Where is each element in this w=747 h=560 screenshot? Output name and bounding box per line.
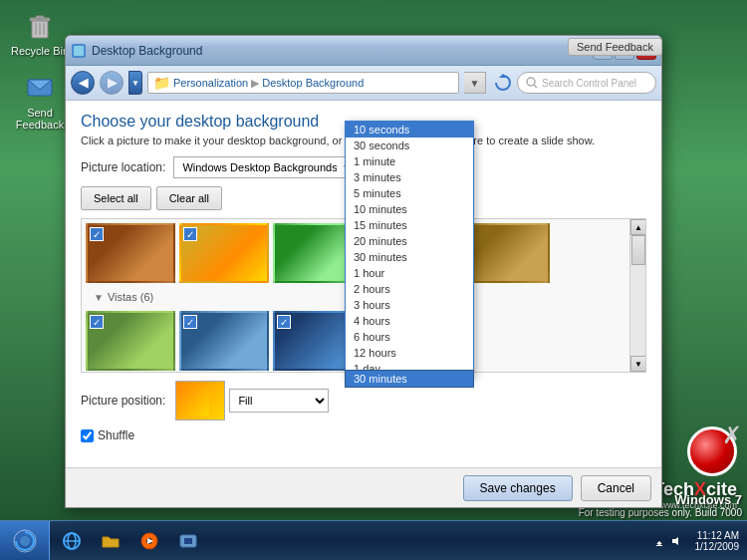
send-feedback-svg	[24, 72, 56, 104]
shuffle-label: Shuffle	[98, 428, 134, 442]
ie-icon	[62, 531, 82, 551]
section-arrow: ▼	[94, 292, 104, 303]
search-placeholder: Search Control Panel	[542, 78, 636, 89]
nav-refresh[interactable]	[494, 74, 512, 92]
taskbar-clock: 11:12 AM 1/12/2009	[687, 530, 748, 552]
dropdown-item-6hr[interactable]: 6 hours	[346, 329, 473, 345]
recycle-bin-icon[interactable]: Recycle Bin	[10, 10, 70, 57]
clock-date: 1/12/2009	[695, 541, 740, 552]
window-title: Desktop Background	[92, 44, 593, 58]
network-tray-icon	[652, 534, 666, 548]
shuffle-checkbox-label: Shuffle	[81, 428, 134, 442]
select-all-button[interactable]: Select all	[81, 186, 151, 210]
thumb-check-8: ✓	[277, 315, 291, 329]
dropdown-item-4hr[interactable]: 4 hours	[346, 313, 473, 329]
svg-marker-24	[672, 537, 678, 545]
svg-point-14	[20, 536, 30, 546]
scrollbar-track[interactable]	[630, 235, 645, 356]
thumb-check-1: ✓	[90, 227, 104, 241]
thumb-check-6: ✓	[90, 315, 104, 329]
taskbar-folder-button[interactable]	[94, 524, 127, 558]
search-icon	[526, 77, 538, 89]
send-feedback-desktop-icon[interactable]: Send Feedback	[10, 72, 70, 131]
taskbar-network-button[interactable]	[171, 524, 205, 558]
image-scrollbar[interactable]: ▲ ▼	[629, 219, 645, 372]
dropdown-item-2hr[interactable]: 2 hours	[346, 281, 473, 297]
nav-dropdown-button[interactable]: ▼	[128, 71, 142, 95]
system-tray	[647, 534, 687, 548]
desktop-icons: Recycle Bin Send Feedback	[10, 10, 70, 131]
search-bar[interactable]: Search Control Panel	[517, 72, 656, 94]
dropdown-item-30min[interactable]: 30 minutes	[346, 249, 473, 265]
media-icon	[139, 531, 159, 551]
picture-position-label: Picture position:	[81, 394, 165, 408]
breadcrumb-separator: ▶	[251, 77, 259, 90]
dropdown-item-15min[interactable]: 15 minutes	[346, 217, 473, 233]
main-window: Desktop Background ─ □ ✕ ◀ ▶ ▼ 📁 Persona…	[65, 35, 662, 508]
win7-brand-subtitle: For testing purposes only. Build 7000	[579, 507, 742, 518]
change-every-selected-display[interactable]: 30 minutes	[345, 370, 474, 388]
svg-line-12	[534, 85, 537, 88]
clock-time: 11:12 AM	[697, 530, 739, 541]
vistas-section-text: Vistas (6)	[108, 291, 153, 303]
dropdown-item-3min[interactable]: 3 minutes	[346, 169, 473, 185]
taskbar: 11:12 AM 1/12/2009	[0, 520, 747, 560]
svg-point-11	[527, 78, 535, 86]
desktop: Recycle Bin Send Feedback ✗ TechXcite ww…	[0, 0, 747, 560]
refresh-icon	[494, 74, 512, 92]
back-button[interactable]: ◀	[71, 71, 95, 95]
window-icon	[71, 43, 87, 59]
thumb-check-2: ✓	[183, 227, 197, 241]
image-thumb-6[interactable]: ✓	[86, 311, 175, 371]
clear-all-button[interactable]: Clear all	[156, 186, 222, 210]
svg-rect-22	[184, 538, 192, 544]
dropdown-item-3hr[interactable]: 3 hours	[346, 297, 473, 313]
dropdown-item-10sec[interactable]: 10 seconds	[346, 122, 473, 138]
save-changes-button[interactable]: Save changes	[463, 475, 573, 501]
dropdown-item-10min[interactable]: 10 minutes	[346, 201, 473, 217]
dropdown-item-20min[interactable]: 20 minutes	[346, 233, 473, 249]
address-dropdown-button[interactable]: ▼	[464, 72, 486, 94]
image-thumb-7[interactable]: ✓	[179, 311, 269, 371]
picture-position-select[interactable]: Fill Fit Stretch Tile Center	[229, 389, 329, 413]
dropdown-item-5min[interactable]: 5 minutes	[346, 185, 473, 201]
scrollbar-thumb[interactable]	[631, 235, 645, 265]
sound-icon	[668, 534, 682, 548]
change-interval-dropdown[interactable]: 10 seconds 30 seconds 1 minute 3 minutes…	[345, 121, 474, 378]
svg-rect-9	[74, 46, 84, 56]
techxcite-check-mark: ✗	[722, 421, 742, 449]
cancel-button[interactable]: Cancel	[581, 475, 651, 501]
picture-location-label: Picture location:	[81, 160, 165, 174]
image-thumb-2[interactable]: ✓	[179, 223, 269, 283]
start-button[interactable]	[0, 521, 50, 561]
svg-rect-23	[656, 545, 662, 546]
change-every-selected-text: 30 minutes	[354, 373, 407, 385]
picture-position-area: Fill Fit Stretch Tile Center	[175, 381, 329, 420]
clock-display: 11:12 AM 1/12/2009	[695, 530, 740, 552]
taskbar-middle	[50, 524, 647, 558]
folder-icon	[101, 531, 121, 551]
recycle-bin-label: Recycle Bin	[11, 45, 69, 57]
thumb-check-7: ✓	[183, 315, 197, 329]
taskbar-media-button[interactable]	[132, 524, 166, 558]
send-feedback-button[interactable]: Send Feedback	[568, 38, 662, 56]
picture-location-select[interactable]: Windows Desktop Backgrounds	[173, 156, 358, 178]
dropdown-item-12hr[interactable]: 12 hours	[346, 345, 473, 361]
taskbar-ie-button[interactable]	[55, 524, 89, 558]
send-feedback-desktop-label: Send Feedback	[10, 107, 70, 131]
dropdown-item-1hr[interactable]: 1 hour	[346, 265, 473, 281]
windows-logo	[13, 529, 37, 553]
svg-rect-2	[36, 16, 44, 19]
dropdown-item-1min[interactable]: 1 minute	[346, 153, 473, 169]
forward-button[interactable]: ▶	[100, 71, 124, 95]
address-bar: 📁 Personalization ▶ Desktop Background	[147, 72, 459, 94]
dropdown-item-30sec[interactable]: 30 seconds	[346, 138, 473, 153]
image-thumb-1[interactable]: ✓	[86, 223, 175, 283]
breadcrumb-part2[interactable]: Desktop Background	[262, 77, 364, 89]
breadcrumb-part1[interactable]: Personalization	[173, 77, 248, 89]
window-footer: Save changes Cancel	[66, 467, 661, 507]
scrollbar-down-button[interactable]: ▼	[630, 356, 646, 372]
shuffle-checkbox[interactable]	[81, 429, 94, 442]
scrollbar-up-button[interactable]: ▲	[630, 219, 646, 235]
folder-icon: 📁	[153, 75, 170, 91]
